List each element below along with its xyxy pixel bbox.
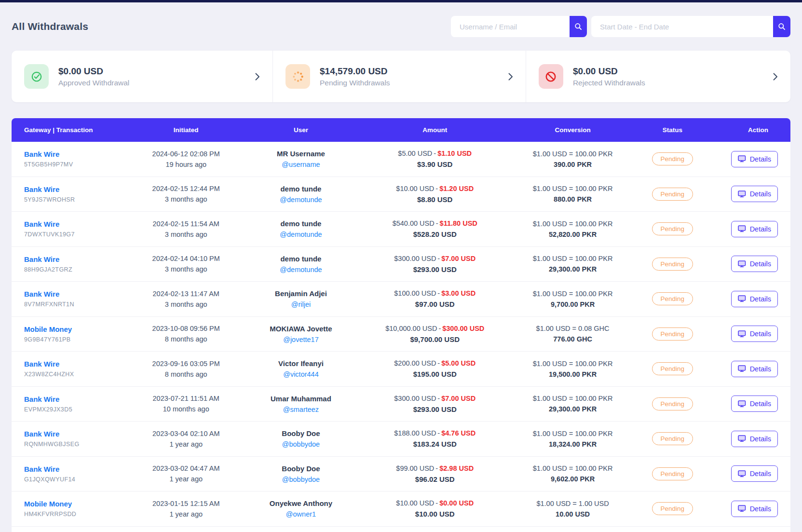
- gateway-cell: Mobile Money HM4KFVRRPSDD: [12, 500, 140, 518]
- details-button-label: Details: [750, 295, 771, 303]
- details-button[interactable]: Details: [731, 501, 778, 517]
- user-handle-link[interactable]: @victor444: [283, 370, 319, 378]
- user-fullname: MR Username: [277, 150, 325, 158]
- initiated-date: 2024-02-14 04:10 PM: [152, 255, 220, 262]
- gateway-link[interactable]: Bank Wire: [24, 430, 59, 438]
- search-icon: [574, 23, 582, 30]
- amount-net: $9,700.00 USD: [410, 335, 460, 343]
- user-handle-link[interactable]: @riljei: [291, 300, 311, 308]
- user-cell: Booby Doe @bobbydoe: [232, 464, 370, 483]
- user-handle-link[interactable]: @demotunde: [280, 266, 322, 273]
- user-handle-link[interactable]: @demotunde: [280, 231, 322, 238]
- user-fullname: Umar Muhammad: [271, 395, 331, 403]
- status-cell: Pending: [646, 222, 699, 235]
- monitor-icon: [738, 435, 746, 442]
- user-handle-link[interactable]: @username: [282, 161, 320, 168]
- status-cell: Pending: [646, 152, 699, 165]
- amount-net: $3.90 USD: [417, 160, 452, 168]
- amount-net: $10.00 USD: [415, 510, 455, 518]
- status-badge: Pending: [652, 222, 693, 235]
- user-handle-link[interactable]: @jovette17: [283, 336, 319, 343]
- search-icon: [778, 23, 786, 30]
- details-button[interactable]: Details: [731, 151, 778, 167]
- initiated-relative: 10 months ago: [163, 405, 209, 413]
- username-search-button[interactable]: [570, 16, 587, 37]
- fee-amount: $5.00 USD: [441, 359, 476, 367]
- user-fullname: demo tunde: [280, 255, 321, 263]
- fee-amount: $4.76 USD: [441, 429, 476, 437]
- details-button[interactable]: Details: [731, 221, 778, 237]
- chevron-right-icon: [508, 73, 513, 81]
- status-cell: Pending: [646, 502, 699, 515]
- details-button[interactable]: Details: [731, 186, 778, 202]
- username-email-search-input[interactable]: [451, 16, 570, 37]
- initiated-date: 2023-03-04 02:10 AM: [152, 430, 219, 437]
- conversion-amount: 390.00 PKR: [554, 161, 592, 168]
- user-handle-link[interactable]: @bobbydoe: [282, 476, 320, 483]
- user-handle-link[interactable]: @owner1: [286, 510, 316, 518]
- fee-amount: $1.20 USD: [439, 185, 474, 192]
- user-handle-link[interactable]: @demotunde: [280, 196, 322, 204]
- monitor-icon: [738, 155, 746, 163]
- initiated-relative: 3 months ago: [165, 195, 207, 203]
- monitor-icon: [738, 295, 746, 302]
- monitor-icon: [738, 330, 746, 338]
- withdrawals-table: Gateway | Transaction Initiated User Amo…: [12, 118, 790, 532]
- status-cell: Pending: [646, 432, 699, 445]
- approved-withdrawal-card[interactable]: $0.00 USD Approved Withdrawal: [12, 51, 272, 102]
- details-button[interactable]: Details: [731, 361, 778, 377]
- amount-cell: $10.00 USD-$1.20 USD $8.80 USD: [370, 185, 500, 204]
- details-button[interactable]: Details: [731, 431, 778, 447]
- amount-gross-fee: $10,000.00 USD-$300.00 USD: [385, 325, 484, 332]
- initiated-cell: 2024-06-12 02:08 PM 19 hours ago: [140, 150, 232, 168]
- gateway-link[interactable]: Bank Wire: [24, 360, 59, 368]
- table-row: Bank Wire EVPMX29JX3D5 2023-07-21 11:51 …: [12, 387, 790, 422]
- conversion-rate: $1.00 USD = 100.00 PKR: [533, 290, 613, 298]
- user-handle-link[interactable]: @bobbydoe: [282, 440, 320, 448]
- gateway-cell: Bank Wire EVPMX29JX3D5: [12, 395, 140, 413]
- rejected-withdrawals-card[interactable]: $0.00 USD Rejected Withdrawals: [526, 51, 790, 102]
- amount-net: $293.00 USD: [413, 265, 457, 273]
- details-button[interactable]: Details: [731, 256, 778, 272]
- amount-cell: $540.00 USD-$11.80 USD $528.20 USD: [370, 219, 500, 238]
- details-button[interactable]: Details: [731, 291, 778, 307]
- status-badge: Pending: [652, 292, 693, 305]
- initiated-cell: 2024-02-15 12:44 PM 3 months ago: [140, 185, 232, 203]
- gateway-link[interactable]: Bank Wire: [24, 220, 59, 228]
- amount-net: $195.00 USD: [413, 370, 457, 378]
- gateway-link[interactable]: Bank Wire: [24, 465, 59, 473]
- gateway-cell: Bank Wire 7DWXTUVK19G7: [12, 220, 140, 238]
- conversion-rate: $1.00 USD = 100.00 PKR: [533, 430, 613, 437]
- gateway-link[interactable]: Mobile Money: [24, 500, 72, 508]
- date-range-input[interactable]: [591, 16, 773, 37]
- rejected-amount: $0.00 USD: [573, 66, 645, 77]
- details-button[interactable]: Details: [731, 396, 778, 412]
- gateway-link[interactable]: Bank Wire: [24, 255, 59, 263]
- amount-gross-fee: $5.00 USD-$1.10 USD: [398, 150, 472, 157]
- amount-cell: $10,000.00 USD-$300.00 USD $9,700.00 USD: [370, 325, 500, 343]
- header-initiated: Initiated: [140, 126, 232, 134]
- gateway-link[interactable]: Bank Wire: [24, 395, 59, 403]
- conversion-amount: 52,820.00 PKR: [549, 231, 597, 238]
- chevron-right-icon: [773, 73, 778, 81]
- status-cell: Pending: [646, 327, 699, 341]
- status-badge: Pending: [652, 467, 693, 480]
- gateway-link[interactable]: Bank Wire: [24, 185, 59, 193]
- details-button[interactable]: Details: [731, 465, 778, 482]
- initiated-cell: 2023-03-04 02:10 AM 1 year ago: [140, 430, 232, 448]
- conversion-cell: $1.00 USD = 100.00 PKR 29,300.00 PKR: [500, 255, 646, 273]
- details-button-label: Details: [750, 190, 771, 198]
- date-search-group: [591, 16, 790, 37]
- approved-card-text: $0.00 USD Approved Withdrawal: [58, 66, 129, 87]
- conversion-rate: $1.00 USD = 100.00 PKR: [533, 255, 613, 262]
- gateway-cell: Bank Wire X23W8ZC4HZHX: [12, 360, 140, 378]
- gateway-link[interactable]: Bank Wire: [24, 150, 59, 158]
- pending-withdrawals-card[interactable]: $14,579.00 USD Pending Withdrawals: [272, 51, 526, 102]
- transaction-id: X23W8ZC4HZHX: [24, 371, 74, 378]
- gateway-link[interactable]: Mobile Money: [24, 325, 72, 333]
- date-search-button[interactable]: [773, 16, 790, 37]
- gateway-link[interactable]: Bank Wire: [24, 290, 59, 298]
- user-handle-link[interactable]: @smarteez: [283, 406, 319, 413]
- details-button[interactable]: Details: [731, 326, 778, 342]
- conversion-cell: $1.00 USD = 100.00 PKR 9,700.00 PKR: [500, 290, 646, 308]
